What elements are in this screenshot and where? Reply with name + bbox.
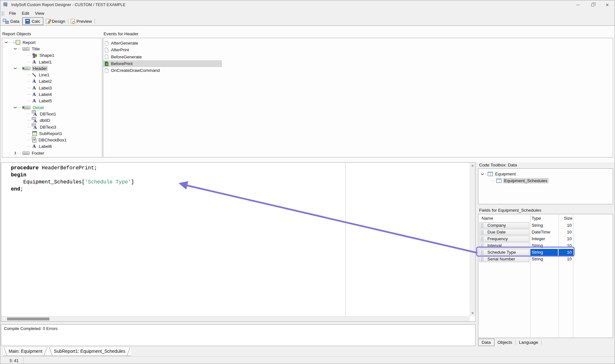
column-header-name[interactable]: Name: [478, 216, 530, 221]
tree-item-label: Shape1: [39, 53, 55, 58]
label-icon: [32, 144, 37, 149]
tab-data-label: Data: [10, 19, 20, 24]
table-icon: [496, 179, 501, 183]
tree-item-title-band[interactable]: Title: [2, 46, 102, 52]
annotation-highlight-box: [476, 247, 575, 257]
code-editor[interactable]: procedure HeaderBeforePrint; begin Equip…: [1, 163, 470, 316]
event-item-afterprint[interactable]: AfterPrint: [103, 47, 222, 53]
field-size-cell: 10: [559, 235, 573, 242]
code-line: end;: [11, 186, 470, 193]
tree-item-report[interactable]: ▷ Report: [2, 39, 102, 46]
shape-icon: [32, 53, 37, 58]
code-keyword: end: [11, 186, 20, 192]
drag-handle-icon[interactable]: [481, 257, 484, 261]
drag-handle-icon[interactable]: [481, 237, 484, 241]
field-row-company[interactable]: Company String 10: [478, 222, 613, 229]
code-text: ]: [131, 179, 134, 185]
close-button[interactable]: ✕: [600, 0, 615, 9]
tree-item-dbtid[interactable]: dbtID: [2, 117, 102, 124]
tree-item-label: Label4: [39, 92, 52, 97]
event-item-aftergenerate[interactable]: AfterGenerate: [103, 40, 222, 47]
tree-item-label: Title: [32, 47, 40, 51]
scroll-down-icon[interactable]: [471, 312, 474, 314]
tab-design[interactable]: Design: [43, 17, 68, 25]
tab-preview-label: Preview: [77, 19, 92, 24]
field-row-serial-number[interactable]: Serial Number String 10: [478, 256, 613, 262]
data-view-icon: [3, 19, 8, 23]
column-header-type[interactable]: Type: [530, 216, 559, 221]
chevron-down-icon[interactable]: [13, 67, 17, 70]
tree-item-label6[interactable]: Label6: [2, 143, 102, 150]
field-size-cell: 10: [559, 256, 573, 262]
tree-item-label: Label1: [39, 60, 52, 64]
tree-item-label5[interactable]: Label5: [2, 98, 102, 104]
menu-view[interactable]: View: [32, 10, 47, 16]
vertical-scrollbar[interactable]: [470, 163, 475, 316]
field-row-frequency[interactable]: Frequency Integer 10: [478, 235, 613, 242]
toolbox-item-equipment[interactable]: Equipment: [478, 171, 613, 177]
right-margin-guide: [345, 163, 346, 316]
field-name-cell[interactable]: Due Date: [479, 229, 529, 235]
tree-item-label2[interactable]: Label2: [2, 78, 102, 85]
tree-item-label: Report: [22, 40, 36, 45]
tree-item-label4[interactable]: Label4: [2, 91, 102, 97]
tree-item-header-band[interactable]: Header: [2, 65, 102, 72]
event-item-beforeprint[interactable]: BeforePrint: [103, 60, 222, 67]
tree-item-dbcheckbox1[interactable]: DBCheckBox1: [2, 137, 102, 143]
toolbox-item-equipment-schedules[interactable]: Equipment_Schedules: [478, 177, 613, 184]
chevron-down-icon[interactable]: [13, 47, 17, 50]
report-tab-subreport1[interactable]: SubReport1: Equipment_Schedules: [48, 347, 131, 356]
horizontal-scrollbar[interactable]: [1, 316, 470, 321]
column-header-size[interactable]: Size: [559, 216, 572, 221]
field-name-cell[interactable]: Company: [479, 222, 529, 228]
tab-calc[interactable]: Calc: [22, 17, 43, 25]
tab-preview[interactable]: Preview: [68, 17, 95, 25]
field-type-cell: String: [530, 256, 558, 262]
label-icon: [32, 98, 37, 103]
restore-button[interactable]: [585, 0, 600, 9]
tab-data[interactable]: Data: [0, 17, 22, 25]
code-line: Equipment_Schedules['Schedule Type']: [11, 179, 470, 186]
tree-item-label: Label2: [39, 79, 52, 84]
minimize-button[interactable]: [570, 0, 585, 9]
chevron-down-icon[interactable]: [4, 41, 8, 44]
tree-item-line1[interactable]: Line1: [2, 72, 102, 78]
tree-item-shape1[interactable]: Shape1: [2, 52, 102, 59]
subreport-icon: [32, 131, 37, 136]
toolbox-tab-objects[interactable]: Objects: [494, 339, 516, 346]
tree-item-detail-band[interactable]: Detail: [2, 104, 102, 111]
tree-item-label: DBText3: [40, 125, 56, 130]
field-type-cell: String: [530, 222, 558, 229]
tree-item-label1[interactable]: Label1: [2, 59, 102, 65]
label-icon: [32, 60, 37, 64]
field-row-due-date[interactable]: Due Date DateTime 10: [478, 229, 613, 235]
chevron-down-icon[interactable]: [13, 106, 17, 109]
tree-item-footer-band[interactable]: Footer: [2, 150, 102, 156]
toolbox-tab-data[interactable]: Data: [478, 339, 494, 346]
menu-file[interactable]: File: [6, 10, 19, 16]
tree-item-label3[interactable]: Label3: [2, 85, 102, 91]
event-page-icon: [105, 55, 108, 59]
menu-edit[interactable]: Edit: [19, 10, 32, 16]
drag-handle-icon[interactable]: [481, 230, 484, 234]
field-type-cell: Integer: [530, 235, 558, 242]
scrollbar-thumb[interactable]: [7, 317, 49, 320]
drag-handle-icon[interactable]: [481, 223, 484, 227]
field-name-cell[interactable]: Serial Number: [479, 256, 529, 262]
event-item-beforegenerate[interactable]: BeforeGenerate: [103, 54, 222, 60]
report-tab-main[interactable]: Main: Equipment: [3, 347, 48, 356]
chevron-down-icon[interactable]: [480, 173, 484, 176]
event-label: BeforeGenerate: [111, 55, 142, 59]
tree-item-label: Footer: [32, 151, 44, 156]
scroll-up-icon[interactable]: [471, 165, 474, 166]
toolbox-tab-language[interactable]: Language: [516, 339, 541, 346]
event-item-oncreatedrawcommand[interactable]: OnCreateDrawCommand: [103, 67, 222, 74]
tree-item-dbtext1[interactable]: DBText1: [2, 111, 102, 117]
tree-item-subreport1[interactable]: SubReport1: [2, 130, 102, 137]
band-icon: [22, 47, 29, 51]
dbtext-icon: [32, 124, 38, 130]
chevron-right-icon[interactable]: [13, 151, 17, 155]
field-name-cell[interactable]: Frequency: [479, 236, 529, 242]
tree-item-label: Line1: [39, 72, 49, 77]
tree-item-dbtext3[interactable]: DBText3: [2, 124, 102, 130]
